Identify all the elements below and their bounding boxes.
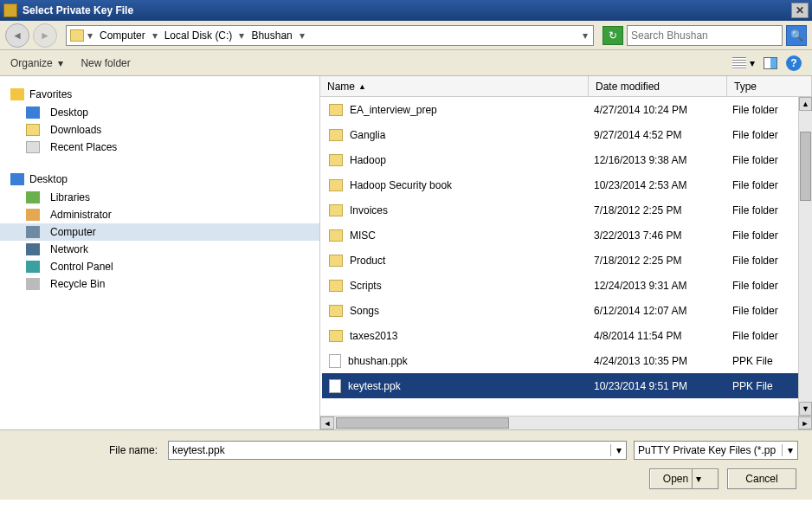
file-row[interactable]: Songs6/12/2014 12:07 AMFile folder bbox=[322, 298, 810, 323]
file-icon bbox=[329, 354, 341, 368]
controlpanel-icon bbox=[26, 261, 40, 273]
preview-pane-icon[interactable] bbox=[764, 57, 777, 69]
sidebar-item-administrator[interactable]: Administrator bbox=[0, 206, 319, 223]
file-date: 7/18/2012 2:25 PM bbox=[590, 204, 729, 216]
organize-button[interactable]: Organize ▾ bbox=[10, 57, 63, 69]
folder-icon bbox=[329, 305, 343, 317]
file-date: 10/23/2014 2:53 AM bbox=[590, 179, 729, 191]
chevron-down-icon[interactable]: ▾ bbox=[298, 29, 306, 42]
folder-icon bbox=[329, 280, 343, 292]
sidebar-item-computer[interactable]: Computer bbox=[0, 223, 319, 241]
filter-dropdown[interactable]: ▾ bbox=[782, 444, 797, 456]
file-date: 4/8/2014 11:54 PM bbox=[590, 330, 729, 342]
column-headers: Name ▲ Date modified Type bbox=[320, 76, 812, 97]
sidebar-item-recyclebin[interactable]: Recycle Bin bbox=[0, 275, 319, 293]
filetype-filter[interactable]: PuTTY Private Key Files (*.pp ▾ bbox=[634, 441, 798, 460]
scroll-thumb-h[interactable] bbox=[336, 417, 509, 429]
file-row[interactable]: Product7/18/2012 2:25 PMFile folder bbox=[322, 248, 810, 273]
sidebar-favorites[interactable]: Favorites bbox=[0, 85, 319, 104]
file-row[interactable]: Ganglia9/27/2014 4:52 PMFile folder bbox=[322, 122, 810, 147]
folder-icon bbox=[329, 255, 343, 267]
scroll-down-icon[interactable]: ▼ bbox=[799, 402, 812, 416]
horizontal-scrollbar[interactable]: ◄ ► bbox=[320, 416, 812, 429]
title-bar: Select Private Key File ✕ bbox=[0, 0, 812, 21]
downloads-icon bbox=[26, 124, 40, 136]
folder-icon bbox=[329, 330, 343, 342]
new-folder-button[interactable]: New folder bbox=[81, 57, 130, 69]
file-area: Name ▲ Date modified Type EA_interview_p… bbox=[320, 76, 812, 429]
file-name: taxes2013 bbox=[350, 330, 397, 342]
file-row[interactable]: Scripts12/24/2013 9:31 AMFile folder bbox=[322, 273, 810, 298]
window-title: Select Private Key File bbox=[23, 4, 791, 16]
back-button[interactable]: ◄ bbox=[5, 23, 29, 48]
filename-box[interactable]: ▾ bbox=[168, 441, 627, 460]
file-row[interactable]: Hadoop12/16/2013 9:38 AMFile folder bbox=[322, 147, 810, 172]
column-name[interactable]: Name ▲ bbox=[320, 76, 589, 96]
search-input[interactable] bbox=[631, 29, 778, 42]
file-name: Product bbox=[350, 255, 385, 267]
file-row[interactable]: MISC3/22/2013 7:46 PMFile folder bbox=[322, 223, 810, 248]
file-row[interactable]: EA_interview_prep4/27/2014 10:24 PMFile … bbox=[322, 97, 810, 122]
chevron-down-icon[interactable]: ▾ bbox=[151, 29, 159, 42]
breadcrumb[interactable]: ▾ Computer ▾ Local Disk (C:) ▾ Bhushan ▾… bbox=[66, 25, 594, 46]
app-icon bbox=[3, 3, 17, 17]
file-row[interactable]: taxes20134/8/2014 11:54 PMFile folder bbox=[322, 323, 810, 348]
chevron-down-icon[interactable]: ▾ bbox=[86, 29, 94, 42]
filename-label: File name: bbox=[14, 444, 161, 456]
user-icon bbox=[26, 209, 40, 221]
file-row[interactable]: Hadoop Security book10/23/2014 2:53 AMFi… bbox=[322, 172, 810, 197]
breadcrumb-bhushan[interactable]: Bhushan bbox=[248, 29, 295, 42]
column-type[interactable]: Type bbox=[727, 76, 812, 96]
sidebar-item-controlpanel[interactable]: Control Panel bbox=[0, 258, 319, 275]
column-date[interactable]: Date modified bbox=[589, 76, 727, 96]
open-button[interactable]: Open ▾ bbox=[649, 468, 719, 489]
file-row[interactable]: bhushan.ppk4/24/2013 10:35 PMPPK File bbox=[322, 348, 810, 373]
folder-icon bbox=[329, 129, 343, 141]
refresh-button[interactable]: ↻ bbox=[603, 26, 623, 45]
scroll-right-icon[interactable]: ► bbox=[798, 416, 812, 429]
folder-icon bbox=[70, 29, 84, 42]
computer-icon bbox=[26, 226, 40, 238]
folder-icon bbox=[329, 229, 343, 242]
sidebar-item-network[interactable]: Network bbox=[0, 241, 319, 258]
search-box[interactable] bbox=[627, 25, 783, 46]
file-name: keytest.ppk bbox=[348, 380, 401, 392]
breadcrumb-localdisk[interactable]: Local Disk (C:) bbox=[161, 29, 236, 42]
cancel-button[interactable]: Cancel bbox=[727, 468, 796, 489]
file-date: 4/24/2013 10:35 PM bbox=[590, 355, 729, 367]
file-date: 10/23/2014 9:51 PM bbox=[590, 380, 729, 392]
scroll-up-icon[interactable]: ▲ bbox=[799, 97, 812, 111]
file-date: 4/27/2014 10:24 PM bbox=[590, 104, 729, 116]
scroll-left-icon[interactable]: ◄ bbox=[320, 416, 334, 429]
breadcrumb-computer[interactable]: Computer bbox=[96, 29, 149, 42]
sidebar-item-downloads[interactable]: Downloads bbox=[0, 121, 319, 139]
file-list: EA_interview_prep4/27/2014 10:24 PMFile … bbox=[320, 97, 812, 416]
file-name: bhushan.ppk bbox=[348, 355, 408, 367]
file-date: 12/24/2013 9:31 AM bbox=[590, 280, 729, 292]
help-button[interactable]: ? bbox=[786, 55, 802, 71]
filename-dropdown[interactable]: ▾ bbox=[610, 444, 626, 456]
file-date: 9/27/2014 4:52 PM bbox=[590, 129, 729, 141]
forward-button[interactable]: ► bbox=[33, 23, 57, 48]
open-dropdown[interactable]: ▾ bbox=[692, 469, 705, 488]
sidebar-desktop-group[interactable]: Desktop bbox=[0, 170, 319, 189]
search-button[interactable]: 🔍 bbox=[786, 25, 807, 46]
view-dropdown[interactable]: ▾ bbox=[750, 57, 755, 69]
close-button[interactable]: ✕ bbox=[791, 3, 809, 18]
file-row[interactable]: Invoices7/18/2012 2:25 PMFile folder bbox=[322, 197, 810, 223]
scroll-thumb[interactable] bbox=[800, 132, 811, 201]
file-date: 3/22/2013 7:46 PM bbox=[590, 229, 729, 242]
sidebar-item-recent[interactable]: Recent Places bbox=[0, 139, 319, 156]
breadcrumb-dropdown[interactable]: ▾ bbox=[581, 29, 590, 42]
libraries-icon bbox=[26, 191, 40, 203]
view-list-icon[interactable] bbox=[732, 57, 746, 69]
vertical-scrollbar[interactable]: ▲ ▼ bbox=[798, 97, 812, 416]
chevron-down-icon[interactable]: ▾ bbox=[237, 29, 246, 42]
sidebar-item-desktop[interactable]: Desktop bbox=[0, 104, 319, 121]
desktop-icon bbox=[10, 173, 24, 185]
sort-asc-icon: ▲ bbox=[358, 82, 366, 91]
filename-input[interactable] bbox=[169, 444, 610, 456]
sidebar-item-libraries[interactable]: Libraries bbox=[0, 189, 319, 206]
file-name: MISC bbox=[350, 229, 376, 242]
file-row[interactable]: keytest.ppk10/23/2014 9:51 PMPPK File bbox=[322, 373, 810, 398]
